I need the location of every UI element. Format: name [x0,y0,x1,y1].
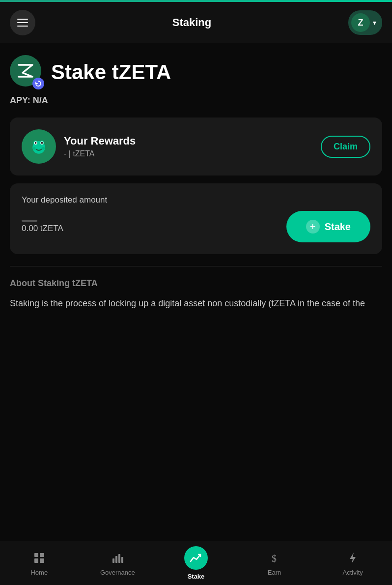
rewards-card: Your Rewards - | tZETA Claim [10,117,382,176]
home-label: Home [30,569,48,576]
nav-stake[interactable]: Stake [157,541,235,585]
header: Staking Z ▾ [0,2,392,43]
zeta-icon [16,61,35,81]
stake-icon-wrapper [184,546,208,570]
svg-point-8 [42,147,45,150]
rewards-info: Your Rewards - | tZETA [64,135,313,158]
frog-mascot-icon [28,136,50,157]
earn-icon-wrapper: $ [267,550,282,566]
nav-governance[interactable]: Governance [79,541,157,585]
deposited-label: Your deposited amount [22,195,370,205]
deposited-dash [22,220,37,222]
deposited-value: 0.00 tZETA [22,224,63,234]
rewards-title: Your Rewards [64,135,313,147]
menu-line-3 [17,26,28,27]
svg-rect-16 [121,557,123,563]
svg-rect-15 [118,554,120,563]
nav-earn[interactable]: $ Earn [235,541,314,585]
deposited-card: Your deposited amount 0.00 tZETA + Stake [10,183,382,254]
menu-button[interactable] [10,10,35,35]
menu-line-2 [17,22,28,23]
svg-rect-13 [112,558,114,563]
section-divider [10,266,382,266]
activity-label: Activity [343,569,363,576]
deposited-amount-section: 0.00 tZETA [22,220,63,234]
stake-label: Stake [325,221,351,233]
svg-text:$: $ [272,553,277,564]
home-icon [33,552,46,564]
bottom-nav: Home Governance Stake $ [0,541,392,585]
stake-icon [189,551,203,565]
svg-rect-11 [40,553,44,557]
about-section: About Staking tZETA Staking is the proce… [10,278,382,311]
menu-line-1 [17,19,28,20]
about-title: About Staking tZETA [10,278,382,289]
nav-activity[interactable]: Activity [313,541,392,585]
page-title: Stake tZETA [51,60,171,84]
earn-icon: $ [268,552,281,564]
claim-button[interactable]: Claim [321,136,370,158]
svg-rect-14 [115,556,117,563]
apy-label: APY: N/A [10,95,382,106]
governance-label: Governance [100,569,135,576]
activity-icon [346,552,359,564]
svg-rect-9 [34,553,38,557]
user-avatar: Z [351,13,370,32]
chevron-down-icon: ▾ [373,19,376,27]
svg-point-5 [35,142,37,144]
token-icon-wrapper [10,55,44,89]
rewards-amount: - | tZETA [64,149,313,158]
deposited-bottom: 0.00 tZETA + Stake [22,211,370,242]
svg-rect-12 [40,558,44,563]
main-content: Stake tZETA APY: N/A [0,43,392,372]
token-badge-icon [32,78,44,89]
governance-icon-wrapper [110,550,125,566]
user-menu-button[interactable]: Z ▾ [348,10,382,35]
earn-label: Earn [268,569,281,576]
svg-point-6 [41,142,43,144]
header-title: Staking [172,16,211,29]
svg-rect-10 [34,558,38,563]
about-text: Staking is the process of locking up a d… [10,296,382,311]
stake-plus-icon: + [306,220,320,234]
home-icon-wrapper [31,550,47,566]
svg-point-7 [33,147,36,150]
activity-icon-wrapper [345,550,361,566]
stake-button[interactable]: + Stake [286,211,370,242]
rewards-icon [22,129,56,164]
page-heading: Stake tZETA [10,55,382,89]
governance-icon [111,552,124,564]
nav-home[interactable]: Home [0,541,79,585]
stake-label-nav: Stake [188,573,205,580]
